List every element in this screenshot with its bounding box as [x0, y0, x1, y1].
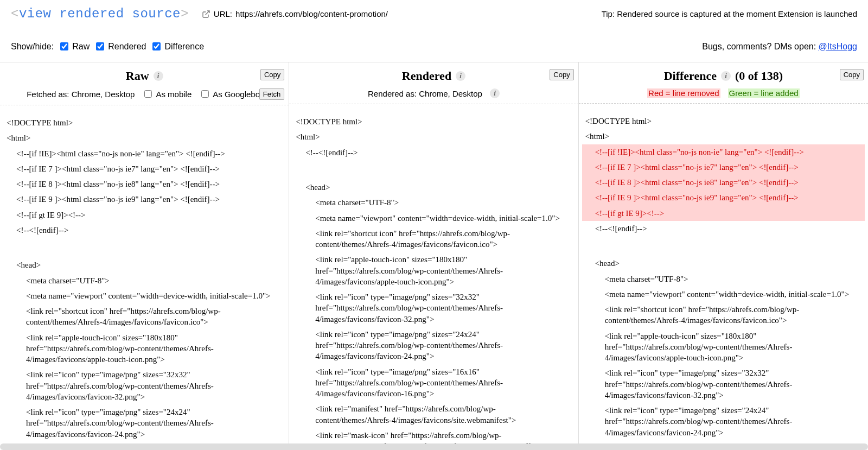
count-current: 0: [739, 69, 745, 83]
code-line: <html>: [292, 129, 575, 144]
code-line: <!--[if gt IE 9]><!-->: [3, 207, 285, 223]
code-line: <link rel="apple-touch-icon" sizes="180x…: [3, 330, 285, 367]
app-logo: <view rendered source>: [11, 7, 189, 21]
code-line: <link rel="shortcut icon" href="https://…: [3, 303, 285, 330]
info-icon[interactable]: i: [490, 88, 500, 98]
difference-code-area[interactable]: <!DOCTYPE html><html><!--[if !IE]><html …: [579, 104, 868, 450]
code-line: [292, 160, 575, 180]
toggle-rendered-checkbox[interactable]: [96, 42, 104, 50]
url-display: URL: https://ahrefs.com/blog/content-pro…: [202, 9, 388, 18]
column-difference-title: Difference: [664, 69, 717, 83]
code-line: <!--[if IE 9 ]><html class="no-js ie9" l…: [3, 192, 285, 207]
toggle-difference-checkbox[interactable]: [152, 42, 161, 50]
column-difference: Difference i (0 of 138) Copy Red = line …: [579, 62, 868, 450]
toggle-difference[interactable]: Difference: [150, 41, 204, 52]
url-value: https://ahrefs.com/blog/content-promotio…: [235, 9, 388, 18]
header: <view rendered source> URL: https://ahre…: [0, 0, 868, 26]
columns: Raw i Copy Fetched as: Chrome, Desktop A…: [0, 62, 868, 450]
code-line: <!--[if gt IE 9]><!-->: [582, 206, 865, 221]
code-line: <!--[if IE 7 ]><html class="no-js ie7" l…: [3, 161, 285, 176]
bugs-link[interactable]: @ItsHogg: [819, 42, 857, 51]
rendered-as-label: Rendered as: Chrome, Desktop: [368, 89, 482, 98]
code-line: <!--[if IE 7 ]><html class="no-js ie7" l…: [582, 160, 865, 175]
svg-line-0: [206, 11, 209, 15]
code-line: <link rel="apple-touch-icon" sizes="180x…: [292, 252, 575, 289]
code-line: <!DOCTYPE html>: [3, 115, 285, 130]
code-line: <!--<![endif]-->: [582, 221, 865, 236]
info-icon[interactable]: i: [154, 71, 163, 81]
code-line: [3, 238, 285, 257]
toggle-raw[interactable]: Raw: [58, 41, 90, 52]
legend-added: Green = line added: [728, 88, 800, 98]
raw-code-area[interactable]: <!DOCTYPE html><html><!--[if !IE]><html …: [0, 105, 289, 450]
toggle-raw-label: Raw: [72, 42, 90, 52]
difference-count: (0 of 138): [735, 69, 783, 83]
column-raw-header: Raw i Copy: [0, 65, 289, 85]
code-line: <html>: [3, 130, 285, 145]
code-line: <meta name="viewport" content="width=dev…: [3, 288, 285, 303]
column-rendered-subheader: Rendered as: Chrome, Desktop i: [289, 85, 578, 104]
code-line: <link rel="icon" type="image/png" sizes=…: [3, 367, 285, 404]
column-rendered-header: Rendered i Copy: [289, 65, 578, 85]
code-line: <link rel="apple-touch-icon" sizes="180x…: [582, 328, 865, 366]
code-line: [582, 236, 865, 256]
code-line: <!--[if IE 8 ]><html class="no-js ie8" l…: [582, 175, 865, 190]
code-line: <link rel="shortcut icon" href="https://…: [292, 226, 575, 252]
code-line: <link rel="manifest" href="https://ahref…: [292, 401, 575, 428]
controls-row: Show/hide: Raw Rendered Difference Bugs,…: [0, 26, 868, 62]
code-line: <link rel="icon" type="image/png" sizes=…: [582, 403, 865, 440]
code-line: <meta charset="UTF-8">: [582, 271, 865, 287]
code-line: <!DOCTYPE html>: [582, 113, 865, 129]
url-label: URL:: [214, 9, 232, 18]
horizontal-scrollbar[interactable]: [0, 443, 868, 450]
code-line: <link rel="icon" type="image/png" sizes=…: [292, 289, 575, 327]
code-line: <link rel="icon" type="image/png" sizes=…: [3, 404, 285, 442]
external-link-icon: [202, 10, 210, 18]
fetch-button[interactable]: Fetch: [259, 88, 285, 100]
toggle-raw-checkbox[interactable]: [60, 42, 68, 50]
column-raw: Raw i Copy Fetched as: Chrome, Desktop A…: [0, 62, 289, 450]
code-line: <link rel="icon" type="image/png" sizes=…: [582, 365, 865, 403]
code-line: <!--[if IE 8 ]><html class="no-js ie8" l…: [3, 176, 285, 192]
code-line: <link rel="icon" type="image/png" sizes=…: [292, 364, 575, 402]
toggle-rendered[interactable]: Rendered: [94, 41, 146, 52]
logo-text: view rendered source: [19, 7, 181, 21]
code-line: <meta name="viewport" content="width=dev…: [292, 211, 575, 226]
as-mobile-label: As mobile: [156, 90, 192, 99]
tip-text: Tip: Rendered source is captured at the …: [602, 9, 857, 18]
as-googlebot-checkbox[interactable]: [201, 90, 209, 98]
as-googlebot-label: As Googlebot: [213, 90, 262, 99]
column-rendered-title: Rendered: [402, 69, 451, 83]
code-line: <meta name="viewport" content="width=dev…: [582, 287, 865, 302]
column-raw-title: Raw: [126, 69, 149, 83]
code-line: <link rel="shortcut icon" href="https://…: [582, 302, 865, 328]
code-line: <head>: [3, 257, 285, 272]
as-googlebot-toggle[interactable]: As Googlebot: [199, 88, 262, 99]
as-mobile-checkbox[interactable]: [144, 90, 152, 98]
as-mobile-toggle[interactable]: As mobile: [142, 88, 192, 99]
toggle-rendered-label: Rendered: [108, 42, 146, 52]
info-icon[interactable]: i: [456, 71, 465, 81]
toggle-difference-label: Difference: [164, 42, 204, 52]
copy-difference-button[interactable]: Copy: [840, 69, 864, 80]
rendered-code-area[interactable]: <!DOCTYPE html><html><!--<![endif]--> <h…: [289, 104, 578, 450]
info-icon[interactable]: i: [721, 71, 731, 81]
code-line: <meta charset="UTF-8">: [292, 195, 575, 210]
legend-removed: Red = line removed: [647, 88, 720, 98]
bugs-label: Bugs, comments? DMs open:: [702, 42, 816, 51]
logo-bracket-right: >: [181, 7, 189, 21]
code-line: <!DOCTYPE html>: [292, 114, 575, 129]
code-line: <meta charset="UTF-8">: [3, 273, 285, 288]
bugs-link-container: Bugs, comments? DMs open: @ItsHogg: [702, 42, 857, 52]
code-line: <head>: [582, 256, 865, 271]
column-rendered: Rendered i Copy Rendered as: Chrome, Des…: [289, 62, 578, 450]
copy-raw-button[interactable]: Copy: [260, 69, 284, 80]
code-line: <!--[if !IE]><html class="no-js non-ie" …: [582, 144, 865, 160]
column-raw-subheader: Fetched as: Chrome, Desktop As mobile As…: [0, 85, 289, 105]
code-line: <head>: [292, 180, 575, 195]
count-of: of: [748, 69, 758, 83]
code-line: <!--[if IE 9 ]><html class="no-js ie9" l…: [582, 190, 865, 205]
copy-rendered-button[interactable]: Copy: [550, 69, 573, 80]
code-line: <!--[if !IE]><html class="no-js non-ie" …: [3, 146, 285, 161]
showhide-label: Show/hide:: [11, 42, 54, 52]
